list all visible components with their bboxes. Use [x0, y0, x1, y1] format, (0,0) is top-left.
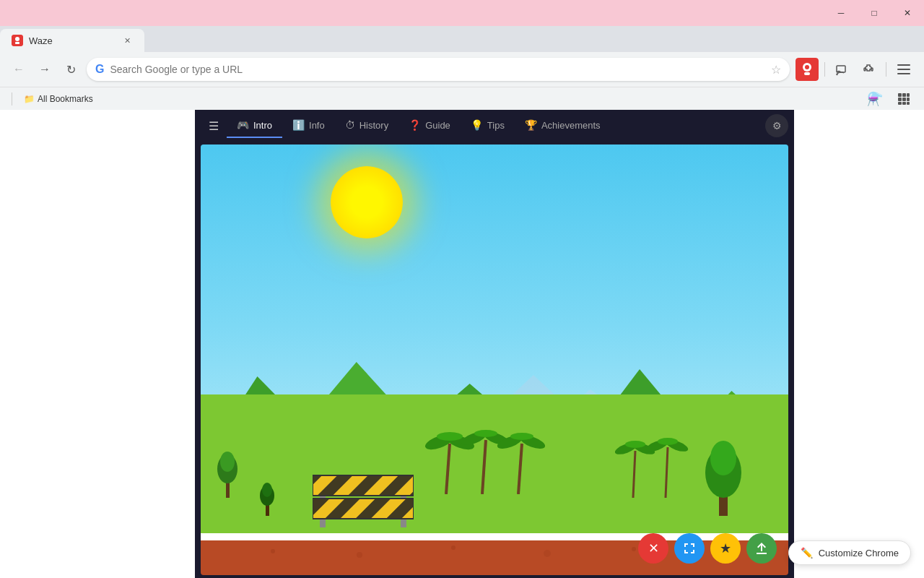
svg-rect-16: [907, 93, 910, 97]
svg-rect-2: [15, 42, 19, 44]
intro-tab-icon: 🎮: [237, 119, 249, 131]
game-panel: ☰ 🎮 Intro ℹ️ Info ⏱ History ❓ Guide 💡 Ti…: [195, 110, 794, 578]
toolbar-right: [796, 58, 915, 81]
svg-point-1: [15, 37, 19, 41]
toolbar-separator-2: [886, 62, 886, 77]
main-content: ☰ 🎮 Intro ℹ️ Info ⏱ History ❓ Guide 💡 Ti…: [0, 110, 924, 578]
palm-trees-right: [615, 433, 702, 501]
svg-line-46: [482, 440, 486, 494]
svg-line-42: [446, 444, 450, 494]
svg-rect-21: [902, 102, 906, 105]
svg-rect-18: [902, 98, 906, 101]
svg-point-53: [510, 433, 533, 440]
tree-far-left: [215, 447, 240, 501]
svg-point-49: [474, 430, 497, 437]
info-tab-icon: ℹ️: [292, 119, 305, 131]
sun: [331, 166, 403, 238]
svg-point-75: [544, 550, 551, 557]
achievements-tab-label: Achievements: [541, 120, 601, 131]
svg-rect-17: [898, 98, 902, 101]
customize-chrome-button[interactable]: ✏️ Customize Chrome: [788, 540, 911, 565]
customize-icon: ✏️: [801, 547, 813, 558]
folder-icon: 📁: [24, 94, 35, 104]
tips-tab-label: Tips: [487, 120, 505, 131]
maximize-button[interactable]: □: [858, 0, 891, 26]
tips-tab-icon: 💡: [471, 119, 483, 131]
labs-icon-button[interactable]: ⚗️: [863, 87, 886, 111]
bookmark-label: All Bookmarks: [38, 94, 93, 104]
svg-point-73: [357, 552, 362, 558]
tree-left-barrier: [258, 480, 276, 519]
svg-point-5: [805, 65, 809, 69]
address-bar-row: ← → ↻ G ☆: [0, 52, 924, 87]
svg-point-38: [262, 483, 272, 497]
bookmark-star-icon[interactable]: ☆: [771, 63, 781, 77]
palm-trees-group: [424, 422, 554, 497]
svg-rect-22: [907, 102, 910, 105]
left-panel: [0, 110, 195, 578]
intro-tab-label: Intro: [253, 120, 272, 131]
cast-button[interactable]: [831, 58, 854, 81]
minimize-button[interactable]: ─: [824, 0, 858, 26]
tree-right-big: [702, 436, 745, 519]
game-action-buttons: ✕ ★: [638, 533, 777, 564]
history-tab-label: History: [359, 120, 388, 131]
svg-rect-6: [804, 72, 810, 75]
titlebar: ─ □ ✕: [0, 0, 924, 26]
svg-rect-19: [907, 98, 910, 101]
svg-rect-67: [313, 499, 414, 519]
road-barrier: [313, 470, 414, 530]
favorite-button[interactable]: ★: [710, 533, 741, 564]
fullscreen-button[interactable]: [674, 533, 705, 564]
svg-rect-14: [898, 93, 902, 97]
game-settings-button[interactable]: ⚙: [765, 114, 788, 137]
tab-info[interactable]: ℹ️ Info: [282, 113, 335, 138]
address-bar: G ☆: [87, 58, 790, 81]
waze-extension-icon[interactable]: [796, 58, 819, 81]
svg-rect-9: [864, 68, 866, 71]
svg-point-35: [220, 452, 235, 472]
bookmarks-bar: 📁 All Bookmarks ⚗️: [0, 87, 924, 110]
tab-history[interactable]: ⏱ History: [335, 113, 398, 138]
svg-line-50: [518, 444, 522, 494]
hamburger-menu-button[interactable]: ☰: [201, 113, 227, 139]
tab-achievements[interactable]: 🏆 Achievements: [515, 113, 611, 138]
menu-button[interactable]: [892, 58, 915, 81]
bookmarks-separator-left: [12, 92, 12, 105]
right-panel: [794, 110, 924, 578]
tab-bar: Waze ✕: [0, 26, 924, 52]
tab-intro[interactable]: 🎮 Intro: [227, 113, 282, 138]
reload-button[interactable]: ↻: [61, 59, 81, 79]
forward-button[interactable]: →: [35, 59, 55, 79]
svg-line-54: [633, 451, 635, 498]
tab-favicon: [12, 35, 23, 46]
svg-rect-13: [897, 73, 910, 74]
svg-line-58: [666, 447, 668, 498]
bookmark-all-bookmarks[interactable]: 📁 All Bookmarks: [18, 91, 99, 107]
history-tab-icon: ⏱: [345, 119, 355, 131]
svg-point-76: [632, 547, 636, 551]
svg-point-57: [625, 441, 645, 448]
tab-close-button[interactable]: ✕: [121, 35, 133, 46]
svg-point-41: [710, 441, 736, 475]
share-button[interactable]: [746, 533, 777, 564]
svg-point-45: [437, 432, 463, 441]
address-input[interactable]: [110, 64, 765, 75]
svg-point-74: [451, 545, 456, 550]
svg-rect-11: [897, 64, 910, 66]
tab-guide[interactable]: ❓ Guide: [398, 113, 461, 138]
close-button[interactable]: ✕: [891, 0, 924, 26]
svg-rect-15: [902, 93, 906, 97]
achievements-tab-icon: 🏆: [525, 119, 537, 131]
toolbar-separator: [824, 62, 825, 77]
guide-tab-label: Guide: [425, 120, 450, 131]
apps-grid-button[interactable]: [892, 87, 915, 111]
game-canvas: ✕ ★: [201, 144, 788, 575]
active-tab[interactable]: Waze ✕: [0, 29, 144, 52]
tab-tips[interactable]: 💡 Tips: [461, 113, 515, 138]
svg-rect-10: [871, 68, 873, 71]
close-game-button[interactable]: ✕: [638, 533, 668, 564]
customize-chrome-label: Customize Chrome: [819, 548, 899, 558]
extensions-button[interactable]: [857, 58, 880, 81]
back-button[interactable]: ←: [9, 59, 29, 79]
